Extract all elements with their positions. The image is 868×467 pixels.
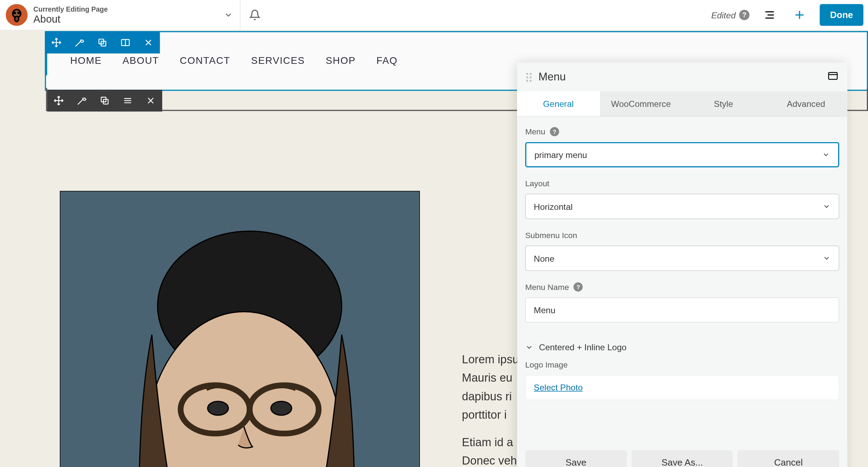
wrench-icon (77, 96, 87, 106)
editing-page-label: Currently Editing Page (34, 5, 108, 13)
chevron-down-icon (822, 202, 831, 211)
expand-button[interactable] (828, 71, 838, 83)
help-icon[interactable]: ? (550, 127, 559, 136)
remove-button[interactable] (137, 32, 160, 54)
done-button[interactable]: Done (820, 4, 863, 26)
nav-item-about[interactable]: ABOUT (122, 55, 159, 67)
panel-tabs: General WooCommerce Style Advanced (517, 91, 848, 117)
layout-select[interactable]: Horizontal (525, 194, 839, 219)
tab-woocommerce[interactable]: WooCommerce (600, 91, 682, 116)
settings-panel: Menu General WooCommerce Style Advanced … (517, 63, 848, 467)
help-icon[interactable]: ? (574, 282, 583, 291)
duplicate-button[interactable] (91, 32, 114, 54)
svg-point-33 (271, 401, 292, 415)
chevron-down-icon (224, 10, 233, 19)
svg-point-2 (14, 12, 16, 14)
edited-status: Edited ? (711, 10, 749, 20)
row-menu-button[interactable] (116, 90, 139, 111)
menu-name-label: Menu Name ? (525, 282, 839, 291)
nav-item-shop[interactable]: SHOP (326, 55, 356, 67)
logo-image-label: Logo Image (525, 360, 839, 369)
row-settings-button[interactable] (70, 90, 93, 111)
top-bar: Currently Editing Page About Edited ? Do… (0, 0, 868, 30)
tab-advanced[interactable]: Advanced (765, 91, 847, 116)
move-icon (54, 96, 64, 106)
close-icon (143, 37, 153, 48)
layout-field-label: Layout (525, 179, 839, 188)
bell-icon (249, 9, 261, 21)
panel-footer: Save Save As... Cancel (517, 443, 848, 467)
close-icon (145, 96, 156, 106)
notifications-button[interactable] (241, 0, 270, 30)
tab-style[interactable]: Style (682, 91, 765, 116)
module-toolbar-primary (45, 32, 160, 54)
module-toolbar-row (47, 90, 162, 111)
column-button[interactable] (114, 32, 137, 54)
row-move-button[interactable] (47, 90, 70, 111)
outline-icon (763, 8, 776, 21)
row-remove-button[interactable] (139, 90, 162, 111)
menu-select[interactable]: primary menu (525, 142, 839, 168)
nav-item-services[interactable]: SERVICES (251, 55, 305, 67)
copy-icon (100, 96, 110, 106)
page-dropdown-button[interactable] (217, 0, 240, 30)
panel-title: Menu (538, 71, 566, 84)
copy-icon (97, 37, 108, 48)
beaver-logo-icon (6, 4, 28, 26)
drag-handle-icon[interactable] (526, 73, 532, 81)
row-duplicate-button[interactable] (93, 90, 116, 111)
svg-point-1 (15, 16, 19, 22)
move-icon (51, 37, 61, 48)
outline-button[interactable] (760, 5, 779, 25)
nav-item-faq[interactable]: FAQ (376, 55, 398, 67)
menu-field-label: Menu ? (525, 127, 839, 136)
help-icon[interactable]: ? (739, 10, 749, 20)
plus-icon (792, 8, 806, 22)
move-button[interactable] (45, 32, 68, 54)
nav-item-contact[interactable]: CONTACT (180, 55, 230, 67)
tab-general[interactable]: General (517, 91, 600, 116)
wrench-icon (74, 37, 84, 48)
section-toggle-centered-logo[interactable]: Centered + Inline Logo (525, 334, 640, 360)
svg-rect-35 (828, 72, 837, 79)
canvas: HOME ABOUT CONTACT SERVICES SHOP FAQ (0, 30, 868, 467)
save-button[interactable]: Save (525, 450, 627, 467)
hamburger-icon (122, 96, 133, 106)
settings-button[interactable] (68, 32, 91, 54)
logo-image-field: Select Photo (525, 375, 839, 400)
svg-point-32 (208, 401, 229, 415)
nav-item-home[interactable]: HOME (70, 55, 102, 67)
panel-body: Menu ? primary menu Layout Horizontal (517, 117, 848, 443)
svg-point-3 (18, 12, 19, 14)
save-as-button[interactable]: Save As... (631, 450, 733, 467)
chevron-down-icon (822, 254, 831, 262)
submenu-icon-label: Submenu Icon (525, 231, 839, 240)
about-image (60, 191, 420, 467)
chevron-down-icon (822, 151, 830, 159)
window-icon (828, 71, 838, 80)
submenu-icon-select[interactable]: None (525, 245, 839, 271)
select-photo-link[interactable]: Select Photo (534, 382, 583, 392)
add-content-button[interactable] (790, 5, 809, 25)
panel-header: Menu (517, 63, 848, 92)
page-title: About (34, 13, 108, 25)
menu-name-input[interactable]: Menu (525, 297, 839, 323)
cancel-button[interactable]: Cancel (738, 450, 839, 467)
columns-icon (120, 37, 131, 48)
chevron-down-icon (525, 343, 533, 351)
